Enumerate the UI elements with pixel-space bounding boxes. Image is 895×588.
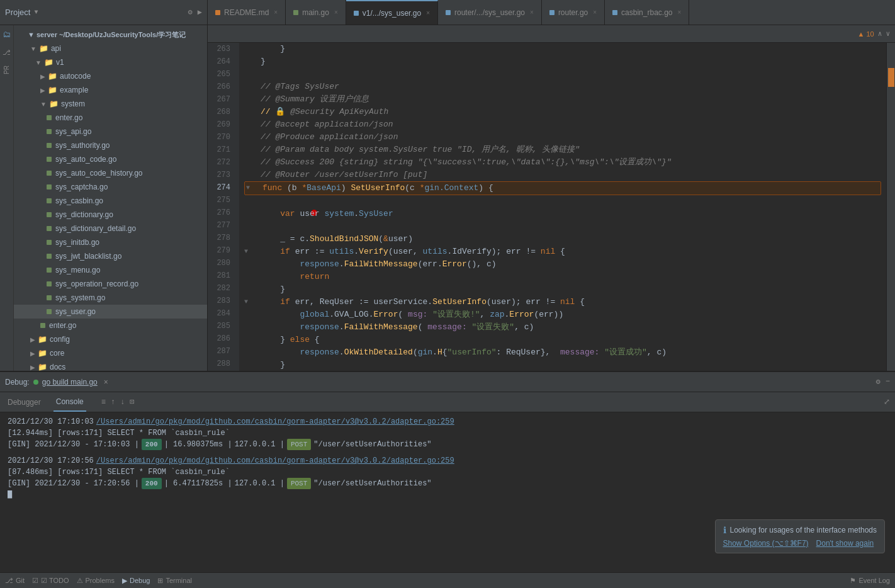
editor-tabs: README.md × main.go × v1/.../sys_user.go… (208, 0, 895, 25)
tab-router-close[interactable]: × (593, 9, 597, 16)
tree-autocode[interactable]: ▶ 📁 autocode (13, 69, 207, 83)
debug-session-label[interactable]: go build main.go (42, 378, 98, 387)
fold-283[interactable] (244, 321, 252, 334)
tree-example[interactable]: ▶ 📁 example (13, 83, 207, 97)
tree-sys-captcha-go[interactable]: sys_captcha.go (13, 180, 207, 194)
panel-icon-up[interactable]: ↑ (111, 398, 115, 407)
debug-session-close[interactable]: × (104, 378, 108, 387)
tab-console[interactable]: Console (53, 392, 86, 412)
tree-sys-dictionary-detail-go[interactable]: sys_dictionary_detail.go (13, 222, 207, 235)
fold-264[interactable] (244, 55, 252, 68)
tree-sys-auto-code-history-go[interactable]: sys_auto_code_history.go (13, 166, 207, 180)
tab-router-sysuser[interactable]: router/.../sys_user.go × (438, 0, 542, 25)
fold-280[interactable] (244, 283, 252, 296)
tab-maingo-close[interactable]: × (334, 9, 338, 16)
ln-264: 264 (208, 55, 234, 68)
tree-v1-enter-go[interactable]: enter.go (13, 319, 207, 332)
fold-282[interactable] (244, 308, 252, 321)
fold-274[interactable]: ▼ (246, 182, 254, 195)
tree-sys-user-go[interactable]: sys_user.go (13, 305, 207, 319)
error-count[interactable]: ▲ 10 (858, 30, 874, 38)
chevron-down-icon[interactable]: ∨ (886, 30, 890, 38)
project-label[interactable]: Project (5, 8, 30, 17)
code-content[interactable]: } } // @Tags SysUser (239, 43, 886, 371)
fold-277[interactable]: ▼ (244, 246, 252, 258)
tree-sys-system-go[interactable]: sys_system.go (13, 291, 207, 305)
fold-275[interactable] (244, 208, 252, 220)
editor-right-scrollbar[interactable] (886, 43, 895, 371)
tab-main-go[interactable]: main.go × (286, 0, 346, 25)
fold-263[interactable] (244, 43, 252, 55)
tree-sys-initdb-go[interactable]: sys_initdb.go (13, 235, 207, 249)
tree-sys-jwt-go[interactable]: sys_jwt_blacklist.go (13, 249, 207, 263)
fold-265[interactable] (244, 68, 252, 81)
tree-sys-authority-go[interactable]: sys_authority.go (13, 139, 207, 152)
tab-debugger[interactable]: Debugger (5, 392, 43, 412)
tree-sys-operation-record-go[interactable]: sys_operation_record.go (13, 277, 207, 291)
fold-270[interactable] (244, 131, 252, 144)
tab-sysuser[interactable]: v1/.../sys_user.go × (346, 0, 438, 25)
panel-icon-record[interactable]: ⊡ (130, 397, 134, 407)
tree-sys-menu-go[interactable]: sys_menu.go (13, 263, 207, 277)
chevron-up-icon[interactable]: ∧ (878, 30, 882, 38)
fold-276[interactable] (244, 233, 252, 246)
hint-show-options[interactable]: Show Options (⌥⇧⌘F7) (723, 539, 809, 548)
tree-api[interactable]: ▼ 📁 api (13, 42, 207, 55)
tree-v1[interactable]: ▼ 📁 v1 (13, 55, 207, 69)
log-link-2[interactable]: /Users/admin/go/pkg/mod/github.com/casbi… (96, 455, 454, 466)
tree-enter-go[interactable]: enter.go (13, 111, 207, 125)
fold-273[interactable] (244, 169, 252, 181)
tree-docs[interactable]: ▶ 📁 docs (13, 360, 207, 371)
hint-dont-show[interactable]: Don't show again (816, 539, 874, 548)
fold-284[interactable] (244, 334, 252, 346)
tree-sys-auto-code-go[interactable]: sys_auto_code.go (13, 152, 207, 166)
debug-minimize-icon[interactable]: − (886, 377, 890, 387)
fold-272[interactable] (244, 156, 252, 169)
tree-sys-api-go[interactable]: sys_api.go (13, 125, 207, 139)
debug-status[interactable]: ▶ Debug (122, 577, 150, 585)
tree-root[interactable]: ▼ server ~/Desktop/UzJuSecurityTools/学习笔… (13, 28, 207, 42)
fold-266[interactable] (244, 81, 252, 93)
terminal-status[interactable]: ⊞ Terminal (157, 577, 192, 585)
fold-286[interactable] (244, 359, 252, 371)
project-dropdown-arrow[interactable]: ▼ (34, 9, 38, 16)
tab-router[interactable]: router.go × (542, 0, 605, 25)
tree-config[interactable]: ▶ 📁 config (13, 332, 207, 346)
fold-278[interactable] (244, 258, 252, 271)
log-link-1[interactable]: /Users/admin/go/pkg/mod/github.com/casbi… (96, 416, 454, 427)
run-icon[interactable]: ▶ (198, 8, 202, 17)
panel-icon-list[interactable]: ≡ (101, 398, 106, 407)
tab-router-sysuser-close[interactable]: × (530, 9, 534, 16)
todo-status[interactable]: ☑ ☑ TODO (32, 577, 69, 585)
tab-sysuser-close[interactable]: × (426, 9, 430, 16)
pull-requests-icon[interactable]: PR (3, 65, 10, 74)
fold-271[interactable] (244, 144, 252, 156)
settings-icon[interactable]: ⚙ (188, 8, 193, 17)
fold-279[interactable] (244, 271, 252, 283)
panel-icon-down[interactable]: ↓ (120, 398, 125, 407)
tab-router-sysuser-label: router/.../sys_user.go (454, 8, 525, 17)
tree-sys-casbin-go[interactable]: sys_casbin.go (13, 194, 207, 208)
enter-go-icon (47, 115, 52, 120)
commit-icon[interactable]: ⎇ (3, 48, 11, 57)
fold-285[interactable] (244, 346, 252, 359)
tab-readme[interactable]: README.md × (208, 0, 286, 25)
debug-settings-icon[interactable]: ⚙ (876, 377, 881, 387)
fold-281[interactable]: ▼ (244, 296, 252, 308)
tree-system[interactable]: ▼ 📁 system (13, 97, 207, 111)
problems-status[interactable]: ⚠ Problems (77, 577, 115, 585)
panel-expand-icon[interactable]: ⤢ (884, 397, 890, 407)
project-icon[interactable]: 🗂 (3, 30, 11, 40)
tab-casbin-close[interactable]: × (677, 9, 681, 16)
tree-sys-dictionary-go[interactable]: sys_dictionary.go (13, 208, 207, 222)
sys-initdb-go-label: sys_initdb.go (55, 238, 99, 247)
tab-readme-close[interactable]: × (274, 9, 278, 16)
event-log-status[interactable]: ⚑ Event Log (850, 577, 890, 585)
git-status[interactable]: ⎇ Git (5, 577, 25, 585)
tab-casbin[interactable]: casbin_rbac.go × (605, 0, 689, 25)
fold-268[interactable] (244, 106, 252, 118)
main-content: 🗂 ⎇ PR ▼ server ~/Desktop/UzJuSecurityTo… (0, 25, 895, 371)
tree-core[interactable]: ▶ 📁 core (13, 346, 207, 360)
fold-267[interactable] (244, 93, 252, 106)
fold-269[interactable] (244, 118, 252, 131)
